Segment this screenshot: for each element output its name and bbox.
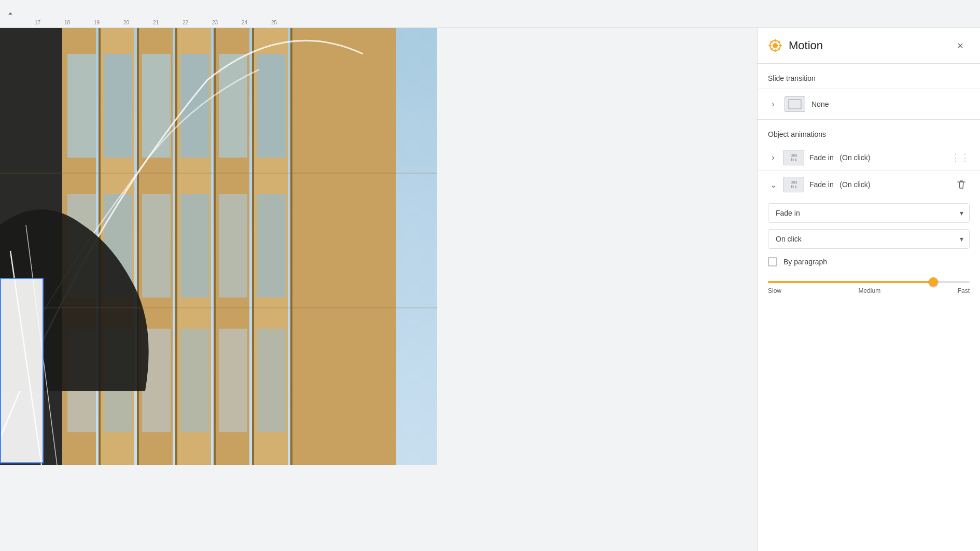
svg-rect-30 <box>180 329 209 432</box>
speed-slider-container: Slow Medium Fast <box>768 275 970 296</box>
effect-dropdown-wrapper[interactable]: Fade in Fly in from left Fly in from rig… <box>768 203 970 223</box>
svg-rect-25 <box>219 194 247 298</box>
drag-handle-1[interactable]: ⋮⋮ <box>951 152 970 163</box>
ruler-bar: 17 18 19 20 21 22 23 24 25 <box>0 0 980 28</box>
delete-animation-button[interactable] <box>953 176 970 193</box>
ruler-mark: 21 <box>141 20 171 25</box>
ruler-mark: 18 <box>52 20 82 25</box>
ruler-mark: 24 <box>230 20 259 25</box>
panel-title: Motion <box>789 39 945 52</box>
svg-rect-9 <box>214 28 216 465</box>
trigger-dropdown-wrapper[interactable]: On click After previous With previous ▾ <box>768 229 970 249</box>
slide-canvas <box>0 28 437 551</box>
ruler-mark: 19 <box>82 20 111 25</box>
thumbnail-text-2: Desin s <box>790 179 798 189</box>
animation-name-2: Fade in (On click) <box>809 180 948 189</box>
svg-rect-24 <box>180 194 209 298</box>
svg-rect-32 <box>257 329 286 432</box>
ruler-mark: 17 <box>23 20 52 25</box>
speed-slider-thumb[interactable] <box>929 277 938 287</box>
speed-slider-fill <box>768 281 933 283</box>
ruler-mark: 23 <box>200 20 230 25</box>
animation-thumbnail-1: Desin s <box>783 150 804 165</box>
slow-label: Slow <box>768 287 781 294</box>
transition-thumbnail <box>785 96 805 112</box>
svg-rect-38 <box>790 101 800 108</box>
selected-object-box[interactable] <box>0 278 44 463</box>
ruler-collapse-button[interactable] <box>0 0 21 28</box>
by-paragraph-row: By paragraph <box>768 255 970 269</box>
thumbnail-text-1: Desin s <box>790 152 798 162</box>
object-animations-label: Object animations <box>758 120 980 145</box>
speed-slider-track[interactable] <box>768 281 970 283</box>
svg-rect-26 <box>257 194 286 298</box>
svg-rect-16 <box>104 54 132 158</box>
animation-item-2[interactable]: ⌄ Desin s Fade in (On click) <box>758 171 980 198</box>
svg-rect-11 <box>252 28 254 465</box>
trigger-dropdown[interactable]: On click After previous With previous <box>768 229 970 249</box>
svg-rect-5 <box>137 28 139 465</box>
svg-rect-13 <box>290 28 292 465</box>
trash-icon <box>956 179 967 190</box>
close-icon: × <box>957 40 963 52</box>
slide-area[interactable] <box>0 28 757 551</box>
close-panel-button[interactable]: × <box>951 36 970 55</box>
ruler-mark: 22 <box>171 20 200 25</box>
ruler-mark: 20 <box>111 20 141 25</box>
ruler-marks: 17 18 19 20 21 22 23 24 25 <box>21 0 980 27</box>
panel-header: Motion × <box>758 28 980 64</box>
svg-rect-14 <box>292 28 396 465</box>
svg-rect-20 <box>257 54 286 158</box>
svg-rect-19 <box>219 54 247 158</box>
ruler-mark: 25 <box>259 20 289 25</box>
slide-transition-row[interactable]: › None <box>758 89 980 119</box>
motion-panel-icon <box>768 38 782 53</box>
svg-rect-31 <box>219 329 247 432</box>
chevron-down-icon-2: ⌄ <box>768 180 778 190</box>
svg-rect-17 <box>142 54 171 158</box>
slide-transition-label: Slide transition <box>758 64 980 89</box>
animation-item-1[interactable]: › Desin s Fade in (On click) ⋮⋮ <box>758 145 980 171</box>
svg-rect-7 <box>175 28 177 465</box>
chevron-right-icon: › <box>768 100 778 109</box>
medium-label: Medium <box>858 287 880 294</box>
chevron-right-icon-1: › <box>768 153 778 162</box>
animation-options: Fade in Fly in from left Fly in from rig… <box>758 198 980 305</box>
speed-labels: Slow Medium Fast <box>768 287 970 294</box>
svg-rect-18 <box>180 54 209 158</box>
svg-rect-23 <box>142 194 171 298</box>
motion-panel: Motion × Slide transition › None Object … <box>757 28 980 551</box>
main-content: Motion × Slide transition › None Object … <box>0 28 980 551</box>
effect-dropdown[interactable]: Fade in Fly in from left Fly in from rig… <box>768 203 970 223</box>
fast-label: Fast <box>958 287 970 294</box>
by-paragraph-checkbox[interactable] <box>768 257 777 266</box>
transition-name: None <box>811 100 970 108</box>
svg-point-36 <box>773 43 778 48</box>
animation-thumbnail-2: Desin s <box>783 177 804 192</box>
animation-name-1: Fade in (On click) <box>809 153 946 162</box>
by-paragraph-label[interactable]: By paragraph <box>783 258 827 266</box>
slide-image <box>0 28 437 465</box>
svg-rect-15 <box>67 54 96 158</box>
